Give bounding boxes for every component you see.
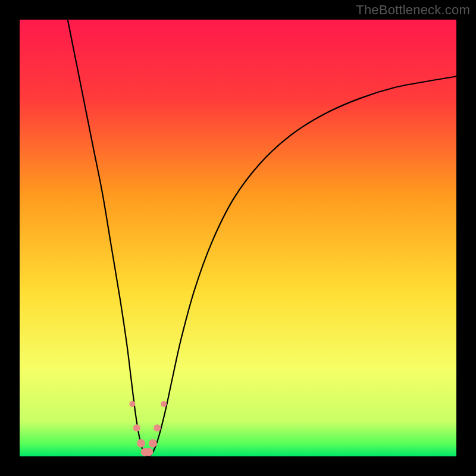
marker-dot [149,439,157,447]
marker-dot [137,439,145,447]
chart-frame: TheBottleneck.com [0,0,476,476]
marker-dot [154,424,161,431]
marker-dot [129,401,135,407]
watermark-text: TheBottleneck.com [356,2,470,18]
marker-dot [161,401,167,407]
marker-dot [133,424,140,431]
marker-dot [145,448,153,456]
gradient-background [20,20,456,456]
plot-area [20,20,456,456]
chart-svg [20,20,456,456]
